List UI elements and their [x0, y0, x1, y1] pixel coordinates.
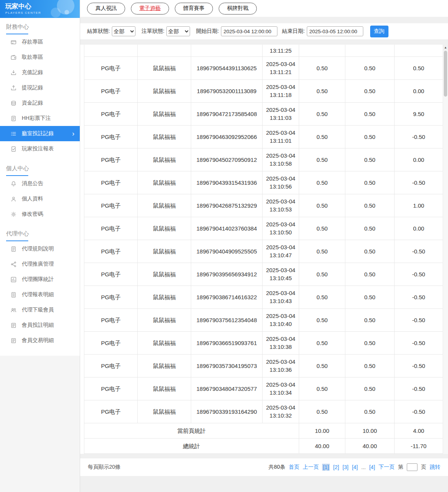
valid-bet-cell: 0.50: [345, 354, 395, 377]
valid-bet-cell: 0.50: [345, 79, 395, 102]
bet-amount-cell: 0.50: [299, 56, 345, 79]
scroll-up-arrow-icon[interactable]: ▲: [443, 45, 448, 50]
game-cell: 鼠鼠福福: [138, 400, 191, 423]
withdraw-wallet-icon: [11, 54, 17, 60]
order-id-cell: 1896790375612354048: [191, 308, 263, 331]
jump-label-prefix: 第: [398, 464, 403, 471]
game-tab[interactable]: 電子遊藝: [131, 3, 169, 15]
table-row[interactable]: PG电子 鼠鼠福福 1896790395656934912 2025-03-04…: [84, 263, 443, 286]
table-row[interactable]: PG电子 鼠鼠福福 1896790348047320577 2025-03-04…: [84, 377, 443, 400]
order-id-cell: 1896790450270950912: [191, 148, 263, 171]
order-id-cell: 1896790404909525505: [191, 240, 263, 263]
valid-bet-cell: 0.50: [345, 56, 395, 79]
chevron-right-icon: ›: [72, 130, 76, 137]
sidebar-item[interactable]: 取款專區: [0, 50, 80, 65]
table-row[interactable]: PG电子 鼠鼠福福 1896790426875132929 2025-03-04…: [84, 194, 443, 217]
sidebar-item-label: 代理團隊統計: [22, 276, 54, 283]
table-scrollbar[interactable]: ▲: [443, 45, 448, 454]
main-content: 真人視訊電子遊藝體育賽事棋牌對戰 結算狀態: 全部 注單狀態: 全部 開始日期:…: [80, 0, 448, 492]
grand-total-bet: 40.00: [299, 438, 345, 453]
time-cell: 2025-03-0413:11:18: [263, 79, 299, 102]
sidebar-item-label: 存款專區: [22, 39, 43, 45]
platform-cell: PG电子: [84, 331, 138, 354]
profit-cell: -0.50: [395, 377, 443, 400]
table-row[interactable]: PG电子 鼠鼠福福 1896790450270950912 2025-03-04…: [84, 148, 443, 171]
game-tab[interactable]: 棋牌對戰: [219, 3, 257, 15]
scrollbar-thumb[interactable]: [444, 51, 447, 97]
sidebar-item[interactable]: 代理下級會員: [0, 302, 80, 318]
order-id-cell: 1896790463092952066: [191, 125, 263, 148]
sidebar-item-label: 玩家投注報表: [22, 145, 54, 152]
page-nav-link[interactable]: 下一页: [379, 464, 395, 471]
table-row[interactable]: PG电子 鼠鼠福福 1896790439315431936 2025-03-04…: [84, 171, 443, 194]
time-cell: 2025-03-0413:10:36: [263, 354, 299, 377]
sidebar-item[interactable]: 會員交易明細: [0, 333, 80, 348]
table-row[interactable]: PG电子 鼠鼠福福 1896790375612354048 2025-03-04…: [84, 308, 443, 331]
time-cell: 2025-03-0413:10:38: [263, 331, 299, 354]
jump-button[interactable]: 跳转: [430, 464, 440, 471]
table-row[interactable]: PG电子 鼠鼠福福 1896790532001113089 2025-03-04…: [84, 79, 443, 102]
end-date-input[interactable]: [307, 26, 363, 36]
sidebar-item[interactable]: HH彩票下注: [0, 111, 80, 126]
table-row[interactable]: PG电子 鼠鼠福福 1896790463092952066 2025-03-04…: [84, 125, 443, 148]
page-number-link[interactable]: [1]: [322, 464, 330, 471]
sidebar-item[interactable]: 代理推廣管理: [0, 256, 80, 272]
bet-amount-cell: 0.50: [299, 217, 345, 240]
table-row[interactable]: PG电子 鼠鼠福福 1896790339193164290 2025-03-04…: [84, 400, 443, 423]
sidebar-item-label: 充值記錄: [22, 69, 43, 76]
valid-bet-cell: 0.50: [345, 286, 395, 308]
bet-status-label: 注單狀態:: [142, 28, 164, 35]
profit-cell: 0.00: [395, 148, 443, 171]
platform-cell: PG电子: [84, 56, 138, 79]
valid-bet-cell: 0.50: [345, 102, 395, 125]
page-total-profit: 4.00: [395, 423, 443, 438]
table-row[interactable]: PG电子 鼠鼠福福 1896790386714616322 2025-03-04…: [84, 286, 443, 308]
order-id-cell: 1896790395656934912: [191, 263, 263, 286]
table-row[interactable]: PG电子 鼠鼠福福 1896790357304195073 2025-03-04…: [84, 354, 443, 377]
settle-status-select[interactable]: 全部: [112, 26, 135, 36]
page-number-link[interactable]: [4]: [369, 464, 375, 470]
sidebar-item[interactable]: 會員投註明細: [0, 318, 80, 333]
table-row[interactable]: PG电子 鼠鼠福福 1896790404909525505 2025-03-04…: [84, 240, 443, 263]
sidebar-item[interactable]: 玩家投注報表: [0, 141, 80, 156]
page-nav-link[interactable]: 首页: [288, 464, 299, 471]
sidebar-item[interactable]: 提現記錄: [0, 80, 80, 95]
table-row[interactable]: PG电子 鼠鼠福福 1896790544391130625 2025-03-04…: [84, 56, 443, 79]
sidebar-item[interactable]: 廳室投註記錄›: [0, 126, 80, 141]
page-number-link[interactable]: [4]: [352, 464, 358, 470]
sidebar-item[interactable]: 代理規則說明: [0, 241, 80, 256]
page-nav-link[interactable]: 上一页: [303, 464, 319, 471]
sidebar-section-title: 個人中心: [0, 156, 80, 176]
table-row[interactable]: PG电子 鼠鼠福福 1896790472173585408 2025-03-04…: [84, 102, 443, 125]
withdrawal-record-icon: [11, 85, 17, 91]
sidebar-item[interactable]: 資金記錄: [0, 95, 80, 111]
bet-status-select[interactable]: 全部: [166, 26, 190, 36]
sidebar-item[interactable]: 修改密碼: [0, 206, 80, 222]
sidebar-item[interactable]: 代理報表明細: [0, 287, 80, 302]
sidebar-item[interactable]: 代理團隊統計: [0, 272, 80, 287]
sidebar-item[interactable]: 存款專區: [0, 34, 80, 50]
bet-amount-cell: 0.50: [299, 308, 345, 331]
page-jump-input[interactable]: [407, 463, 417, 471]
bet-amount-cell: 0.50: [299, 148, 345, 171]
game-tab[interactable]: 真人視訊: [87, 3, 125, 15]
page-number-link[interactable]: [3]: [343, 464, 349, 470]
game-tab[interactable]: 體育賽事: [175, 3, 213, 15]
table-row[interactable]: PG电子 鼠鼠福福 1896790366519093761 2025-03-04…: [84, 331, 443, 354]
sidebar-item[interactable]: 個人資料: [0, 191, 80, 206]
profit-cell: -0.50: [395, 263, 443, 286]
page-number-link[interactable]: [2]: [333, 464, 339, 470]
sidebar-item[interactable]: 充值記錄: [0, 65, 80, 80]
deposit-card-icon: [11, 39, 17, 45]
time-cell: 2025-03-0413:10:45: [263, 263, 299, 286]
start-date-input[interactable]: [221, 26, 277, 36]
lottery-bet-icon: [11, 115, 17, 121]
valid-bet-cell: 0.50: [345, 400, 395, 423]
search-button[interactable]: 查詢: [370, 26, 388, 37]
time-cell: 2025-03-0413:10:53: [263, 194, 299, 217]
list-icon: [11, 337, 17, 344]
table-row[interactable]: PG电子 鼠鼠福福 1896790414023760384 2025-03-04…: [84, 217, 443, 240]
sidebar-item-label: 修改密碼: [22, 211, 43, 218]
time-cell: 2025-03-0413:11:01: [263, 125, 299, 148]
sidebar-item[interactable]: 消息公告: [0, 176, 80, 191]
